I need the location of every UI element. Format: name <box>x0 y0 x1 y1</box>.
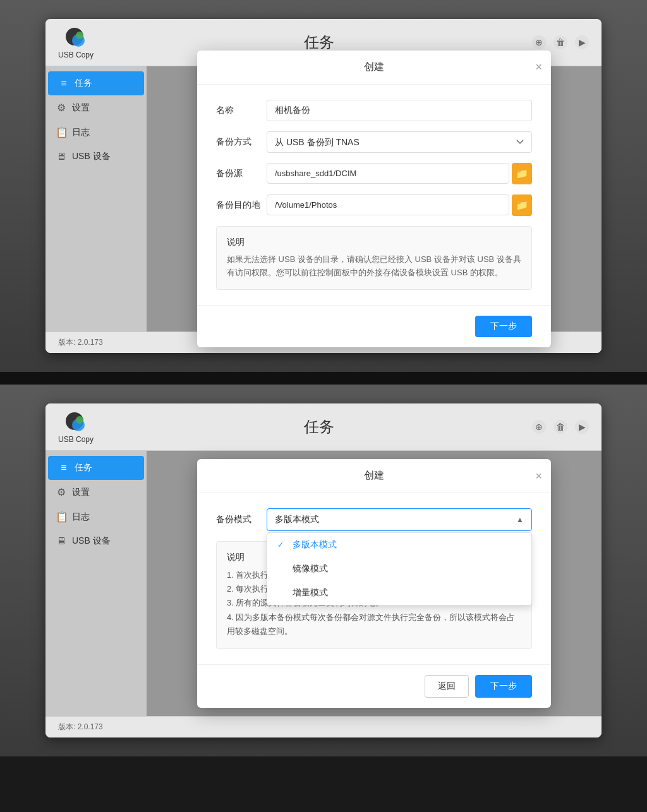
dropdown-item-incremental[interactable]: 增量模式 <box>267 581 531 605</box>
dialog2-back-button[interactable]: 返回 <box>425 675 469 698</box>
add-task-button-2[interactable]: ⊕ <box>532 420 546 434</box>
app-body: ≡ 任务 ⚙ 设置 📋 日志 🖥 USB 设备 <box>45 66 602 331</box>
dest-folder-button[interactable]: 📁 <box>512 194 532 216</box>
app-title: 任务 <box>106 32 532 52</box>
source-input[interactable] <box>267 163 509 184</box>
method-select[interactable]: 从 USB 备份到 TNAS <box>267 131 532 153</box>
dropdown-item-label-1: 多版本模式 <box>293 539 337 551</box>
dialog1-header: 创建 × <box>197 51 551 85</box>
app-body-2: ≡ 任务 ⚙ 设置 📋 日志 🖥 USB 设备 <box>45 451 602 716</box>
dialog1-title: 创建 <box>364 61 384 74</box>
app-content: 创建 × 名称 <box>147 66 602 331</box>
sidebar: ≡ 任务 ⚙ 设置 📋 日志 🖥 USB 设备 <box>45 66 147 331</box>
dropdown-item-label-2: 镜像模式 <box>293 563 328 575</box>
add-task-button[interactable]: ⊕ <box>532 35 546 49</box>
delete-icon-2: 🗑 <box>556 422 565 432</box>
dialog1-notice-title: 说明 <box>227 237 521 248</box>
mode-select-wrap: 多版本模式 ▲ ✓ 多版本模式 <box>267 508 532 531</box>
notice-item-4: 4. 因为多版本备份模式每次备份都会对源文件执行完全备份，所以该模式将会占用较多… <box>227 611 521 638</box>
app-window-top: USB Copy 任务 ⊕ 🗑 ▶ ≡ 任务 <box>45 19 602 353</box>
run-icon-2: ▶ <box>579 422 586 432</box>
logo-icon-2 <box>63 410 88 435</box>
delete-task-button[interactable]: 🗑 <box>553 35 567 49</box>
sidebar-item-usb-2[interactable]: 🖥 USB 设备 <box>45 529 147 553</box>
version-label-1: 版本: 2.0.173 <box>58 338 103 347</box>
mode-field-row: 备份模式 多版本模式 ▲ <box>216 508 532 531</box>
dropdown-item-multiversion[interactable]: ✓ 多版本模式 <box>267 533 531 557</box>
svg-point-5 <box>76 416 83 424</box>
sidebar-tasks-label: 任务 <box>75 78 92 89</box>
logs-icon-2: 📋 <box>56 511 67 523</box>
logs-icon: 📋 <box>56 126 67 138</box>
sidebar-usb-label-2: USB 设备 <box>72 535 111 547</box>
run-icon: ▶ <box>579 37 586 47</box>
dialog1-overlay: 创建 × 名称 <box>147 66 602 331</box>
sidebar-usb-label: USB 设备 <box>72 151 111 162</box>
sidebar-item-tasks-2[interactable]: ≡ 任务 <box>48 456 144 480</box>
sidebar-logs-label: 日志 <box>72 127 90 138</box>
dialog2-header: 创建 × <box>197 459 551 493</box>
mode-label: 备份模式 <box>216 514 267 525</box>
tasks-icon: ≡ <box>58 78 70 89</box>
delete-task-button-2[interactable]: 🗑 <box>553 420 567 434</box>
sidebar-logs-label-2: 日志 <box>72 511 90 523</box>
dialog2-footer: 返回 下一步 <box>197 664 551 708</box>
sidebar-settings-label-2: 设置 <box>72 487 90 498</box>
source-label: 备份源 <box>216 168 267 179</box>
app-logo-2: USB Copy <box>58 410 94 444</box>
sidebar-item-logs-2[interactable]: 📋 日志 <box>45 505 147 529</box>
dialog1-close-button[interactable]: × <box>535 61 542 73</box>
delete-icon: 🗑 <box>556 37 565 47</box>
name-input[interactable] <box>267 100 532 121</box>
dest-field-row: 备份目的地 📁 <box>216 194 532 216</box>
dialog1-footer: 下一步 <box>197 305 551 347</box>
dropdown-item-mirror[interactable]: 镜像模式 <box>267 557 531 581</box>
mode-dropdown-menu: ✓ 多版本模式 镜像模式 <box>267 532 532 606</box>
dialog1-notice: 说明 如果无法选择 USB 设备的目录，请确认您已经接入 USB 设备并对该 U… <box>216 226 532 290</box>
run-task-button[interactable]: ▶ <box>575 35 589 49</box>
app-header-2: USB Copy 任务 ⊕ 🗑 ▶ <box>45 403 602 451</box>
dest-field-control: 📁 <box>267 194 532 216</box>
sidebar-item-settings-2[interactable]: ⚙ 设置 <box>45 480 147 505</box>
dialog1-notice-text: 如果无法选择 USB 设备的目录，请确认您已经接入 USB 设备并对该 USB … <box>227 253 521 280</box>
logo-icon <box>63 25 88 51</box>
dialog2-next-button[interactable]: 下一步 <box>475 675 532 698</box>
section-divider <box>0 372 647 385</box>
sidebar-settings-label: 设置 <box>72 102 90 114</box>
folder-icon-2: 📁 <box>516 199 528 211</box>
sidebar-item-logs[interactable]: 📋 日志 <box>45 120 147 145</box>
dialog2-close-button[interactable]: × <box>535 470 542 482</box>
dialog1-body: 名称 备份方式 从 USB 备份到 TNAS <box>197 85 551 306</box>
sidebar-item-settings[interactable]: ⚙ 设置 <box>45 95 147 120</box>
dest-input[interactable] <box>267 194 509 215</box>
dialog1-next-button[interactable]: 下一步 <box>475 316 532 337</box>
app-footer-2: 版本: 2.0.173 <box>45 716 602 737</box>
header-actions-2: ⊕ 🗑 ▶ <box>532 420 589 434</box>
dialog2-body: 备份模式 多版本模式 ▲ <box>197 493 551 664</box>
dialog2: 创建 × 备份模式 多版本模式 <box>197 459 551 707</box>
app-content-2: 创建 × 备份模式 多版本模式 <box>147 451 602 716</box>
sidebar-item-usb[interactable]: 🖥 USB 设备 <box>45 145 147 169</box>
name-field-row: 名称 <box>216 100 532 121</box>
app-logo: USB Copy <box>58 25 94 59</box>
dialog1: 创建 × 名称 <box>197 51 551 348</box>
dialog2-overlay: 创建 × 备份模式 多版本模式 <box>147 451 602 716</box>
run-task-button-2[interactable]: ▶ <box>575 420 589 434</box>
method-field-row: 备份方式 从 USB 备份到 TNAS <box>216 131 532 153</box>
sidebar-item-tasks[interactable]: ≡ 任务 <box>48 71 144 95</box>
usb-icon-2: 🖥 <box>56 535 67 547</box>
method-label: 备份方式 <box>216 136 267 148</box>
mode-field-control: 多版本模式 ▲ ✓ 多版本模式 <box>267 508 532 531</box>
source-folder-button[interactable]: 📁 <box>512 163 532 184</box>
name-label: 名称 <box>216 105 267 116</box>
mode-select-trigger[interactable]: 多版本模式 ▲ <box>267 508 532 531</box>
sidebar-2: ≡ 任务 ⚙ 设置 📋 日志 🖥 USB 设备 <box>45 451 147 716</box>
add-icon: ⊕ <box>535 37 543 47</box>
settings-icon-2: ⚙ <box>56 486 67 498</box>
name-field-control <box>267 100 532 121</box>
add-icon-2: ⊕ <box>535 422 543 432</box>
dialog2-title: 创建 <box>364 469 384 482</box>
dropdown-item-label-3: 增量模式 <box>293 587 328 599</box>
app-title-2: 任务 <box>106 417 532 437</box>
settings-icon: ⚙ <box>56 102 67 114</box>
